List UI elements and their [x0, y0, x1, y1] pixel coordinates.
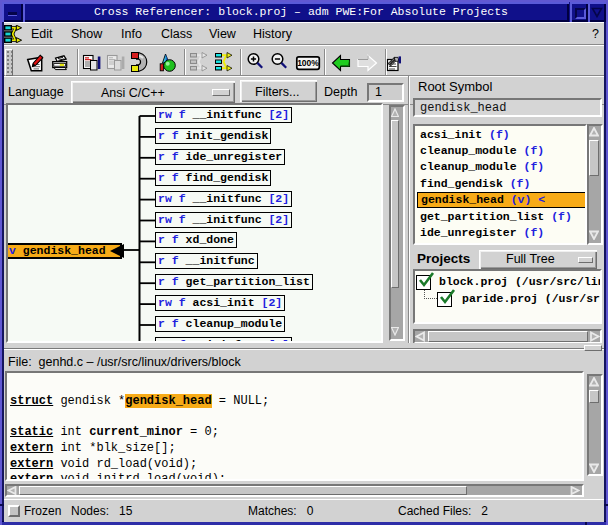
svg-text:100%: 100% — [297, 58, 319, 68]
